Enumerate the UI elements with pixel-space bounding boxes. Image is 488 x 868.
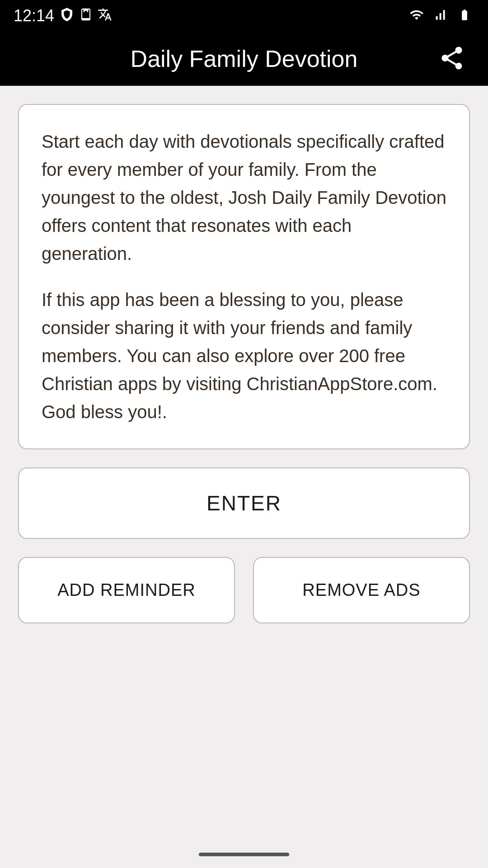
bottom-buttons: ADD REMINDER REMOVE ADS: [18, 557, 470, 623]
home-indicator-bar: [199, 853, 289, 856]
main-content: Start each day with devotionals specific…: [0, 86, 488, 841]
description-paragraph-1: Start each day with devotionals specific…: [42, 127, 446, 268]
enter-button[interactable]: ENTER: [18, 467, 470, 539]
battery-icon: [455, 9, 474, 23]
status-icons: [60, 7, 112, 25]
wifi-icon: [408, 8, 426, 24]
shield-icon: [60, 7, 74, 25]
top-bar: Daily Family Devotion: [0, 32, 488, 86]
signal-icon: [432, 8, 448, 24]
page-title: Daily Family Devotion: [131, 45, 358, 72]
home-indicator: [0, 841, 488, 868]
translate-icon: [98, 7, 112, 25]
remove-ads-button[interactable]: REMOVE ADS: [253, 557, 470, 623]
description-text: Start each day with devotionals specific…: [42, 127, 446, 426]
share-button[interactable]: [434, 40, 470, 77]
status-left: 12:14: [14, 6, 112, 25]
share-icon: [438, 44, 465, 71]
status-right: [408, 8, 474, 24]
status-bar: 12:14: [0, 0, 488, 32]
sim-icon: [79, 7, 93, 25]
status-time: 12:14: [14, 6, 54, 25]
add-reminder-button[interactable]: ADD REMINDER: [18, 557, 235, 623]
description-box: Start each day with devotionals specific…: [18, 104, 470, 449]
description-paragraph-2: If this app has been a blessing to you, …: [42, 286, 446, 426]
